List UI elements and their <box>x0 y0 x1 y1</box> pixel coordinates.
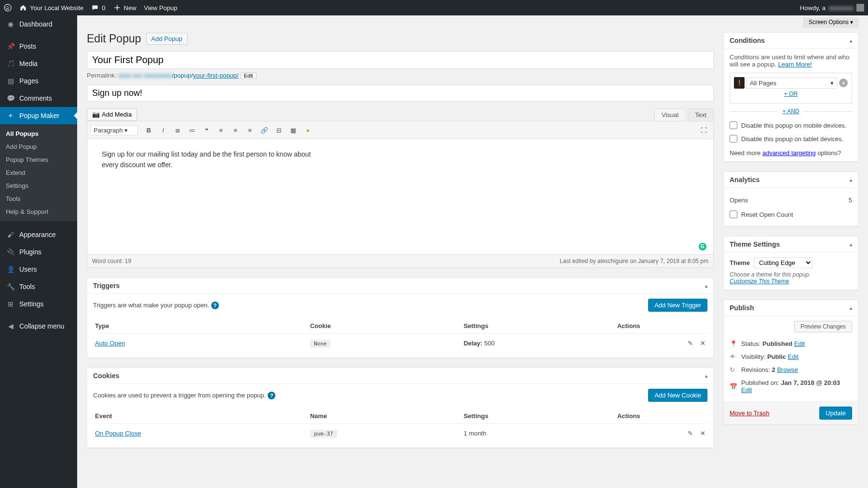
submenu-extend[interactable]: Extend <box>0 166 77 179</box>
screen-options-wrap: Screen Options ▾ <box>77 15 868 27</box>
align-center-button[interactable]: ≡ <box>229 123 242 137</box>
preview-changes-button[interactable]: Preview Changes <box>794 321 852 332</box>
wp-logo[interactable] <box>4 4 12 12</box>
opens-value: 5 <box>849 197 852 204</box>
edit-status-link[interactable]: Edit <box>794 340 805 347</box>
theme-header[interactable]: Theme Settings ▴ <box>724 237 858 252</box>
theme-label: Theme <box>730 259 750 266</box>
popup-title-input[interactable] <box>87 51 714 69</box>
advanced-targeting-link[interactable]: advanced targeting <box>762 149 816 157</box>
menu-settings[interactable]: ⊞Settings <box>0 295 77 313</box>
menu-media[interactable]: 🎵Media <box>0 55 77 72</box>
color-button[interactable]: ● <box>301 123 314 137</box>
edit-visibility-link[interactable]: Edit <box>788 353 799 360</box>
analytics-header[interactable]: Analytics ▴ <box>724 172 858 188</box>
submenu-all-popups[interactable]: All Popups <box>0 127 77 140</box>
conditions-header[interactable]: Conditions ▴ <box>724 33 858 49</box>
menu-popup-maker[interactable]: ✦Popup Maker <box>0 107 77 124</box>
toolbar-toggle-button[interactable]: ▦ <box>286 123 300 137</box>
bold-button[interactable]: B <box>142 123 155 137</box>
not-toggle[interactable]: ❗ <box>734 77 745 89</box>
collapse-menu[interactable]: ◀Collapse menu <box>0 317 77 335</box>
new-link[interactable]: New <box>113 4 136 12</box>
learn-more-link[interactable]: Learn More! <box>778 61 812 68</box>
menu-users[interactable]: 👤Users <box>0 261 77 278</box>
edit-date-link[interactable]: Edit <box>741 386 752 394</box>
disable-tablet-checkbox[interactable] <box>730 135 737 143</box>
menu-pages[interactable]: ▤Pages <box>0 72 77 90</box>
disable-mobile-row[interactable]: Disable this popup on mobile devices. <box>730 119 852 132</box>
add-or-button[interactable]: + OR <box>734 89 848 99</box>
submenu-help[interactable]: Help & Support <box>0 205 77 218</box>
menu-comments[interactable]: 💬Comments <box>0 90 77 107</box>
more-button[interactable]: ⊟ <box>272 123 285 137</box>
disable-tablet-row[interactable]: Disable this popup on tablet devices. <box>730 132 852 145</box>
disable-mobile-checkbox[interactable] <box>730 121 737 129</box>
italic-button[interactable]: I <box>156 123 170 137</box>
cookies-header[interactable]: Cookies ▴ <box>87 368 713 384</box>
help-icon[interactable]: ? <box>211 302 219 309</box>
submenu-tools[interactable]: Tools <box>0 192 77 205</box>
site-home[interactable]: Your Local Website <box>19 4 83 12</box>
cookie-name-pill: pum-37 <box>310 430 337 438</box>
grammarly-icon[interactable]: G <box>699 243 706 251</box>
condition-select[interactable]: All Pages <box>746 78 837 89</box>
popup-subtitle-input[interactable] <box>87 85 714 102</box>
ol-button[interactable]: ≔ <box>185 123 199 137</box>
view-popup-link[interactable]: View Popup <box>144 4 177 12</box>
tab-text[interactable]: Text <box>688 108 714 121</box>
trigger-type-link[interactable]: Auto Open <box>95 340 125 347</box>
permalink-link[interactable]: xxxx xxx xxxxxxxxx/popup/your-first-popu… <box>118 72 238 79</box>
add-media-button[interactable]: 📷Add Media <box>87 108 137 121</box>
cookie-event-link[interactable]: On Popup Close <box>95 430 141 437</box>
delete-icon[interactable]: ✕ <box>697 430 705 437</box>
add-cookie-button[interactable]: Add New Cookie <box>648 389 707 402</box>
format-select[interactable]: Paragraph ▾ <box>90 125 138 135</box>
reset-open-row[interactable]: Reset Open Count <box>730 208 852 221</box>
publish-header[interactable]: Publish ▴ <box>724 300 858 316</box>
triggers-header[interactable]: Triggers ▴ <box>87 278 713 294</box>
browse-revisions-link[interactable]: Browse <box>777 366 798 373</box>
align-left-button[interactable]: ≡ <box>214 123 228 137</box>
menu-posts[interactable]: 📌Posts <box>0 38 77 55</box>
howdy-account[interactable]: Howdy, axxxxxxxx <box>800 4 864 12</box>
heading-text: Edit Popup <box>87 32 141 45</box>
screen-options-button[interactable]: Screen Options ▾ <box>803 17 858 27</box>
move-to-trash-link[interactable]: Move to Trash <box>730 409 769 417</box>
permalink-row: Permalink: xxxx xxx xxxxxxxxx/popup/your… <box>87 72 714 79</box>
add-and-button[interactable]: + AND <box>778 108 803 115</box>
menu-dashboard[interactable]: ◉Dashboard <box>0 15 77 33</box>
menu-plugins[interactable]: 🔌Plugins <box>0 243 77 261</box>
menu-appearance[interactable]: 🖌Appearance <box>0 226 77 243</box>
editor-body[interactable]: Sign up for our mailing list today and b… <box>87 139 714 255</box>
comments-link[interactable]: 0 <box>91 4 105 12</box>
edit-slug-button[interactable]: Edit <box>241 72 257 79</box>
tab-visual[interactable]: Visual <box>654 108 686 121</box>
add-popup-button[interactable]: Add Popup <box>146 33 188 45</box>
menu-label: Popup Maker <box>19 112 59 119</box>
theme-select[interactable]: Cutting Edge <box>754 257 813 268</box>
new-label: New <box>124 4 136 12</box>
reset-open-checkbox[interactable] <box>730 211 737 218</box>
col-event: Event <box>93 409 308 424</box>
add-trigger-button[interactable]: Add New Trigger <box>648 299 707 312</box>
align-right-button[interactable]: ≡ <box>243 123 257 137</box>
menu-tools[interactable]: 🔧Tools <box>0 278 77 295</box>
remove-condition-button[interactable]: ✕ <box>839 79 848 87</box>
link-button[interactable]: 🔗 <box>258 123 271 137</box>
delete-icon[interactable]: ✕ <box>697 340 705 347</box>
conditions-panel: Conditions ▴ Conditions are used to limi… <box>723 32 858 162</box>
edit-icon[interactable]: ✎ <box>684 430 693 437</box>
help-icon[interactable]: ? <box>268 392 275 399</box>
cookies-toggle-icon: ▴ <box>705 373 707 379</box>
edit-icon[interactable]: ✎ <box>684 340 693 347</box>
submenu-popup-themes[interactable]: Popup Themes <box>0 153 77 166</box>
ul-button[interactable]: ≣ <box>171 123 184 137</box>
fullscreen-button[interactable]: ⛶ <box>697 123 710 137</box>
menu-label: Media <box>19 60 38 67</box>
submenu-settings[interactable]: Settings <box>0 179 77 192</box>
update-button[interactable]: Update <box>819 407 852 420</box>
quote-button[interactable]: ❝ <box>200 123 213 137</box>
submenu-add-popup[interactable]: Add Popup <box>0 140 77 153</box>
customize-theme-link[interactable]: Customize This Theme <box>730 278 789 285</box>
